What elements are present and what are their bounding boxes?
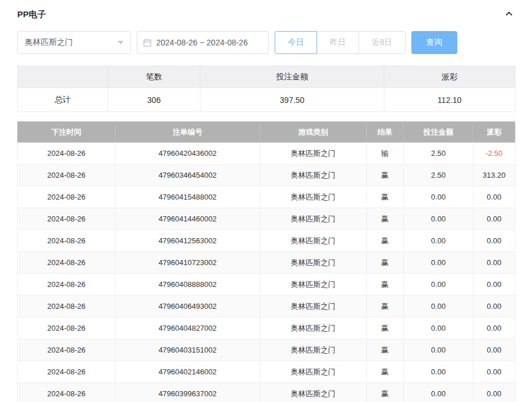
- table-row: 2024-08-26 47960414460002 奥林匹斯之门 赢 0.00 …: [18, 208, 515, 230]
- cell-bet-amount: 2.50: [404, 143, 473, 164]
- summary-total-bet-amount: 397.50: [201, 88, 384, 112]
- cell-payout: 0.00: [473, 208, 515, 230]
- table-row: 2024-08-26 47960415488002 奥林匹斯之门 赢 0.00 …: [18, 186, 515, 208]
- cell-game-type: 奥林匹斯之门: [260, 252, 367, 274]
- cell-order-id: 47960346454002: [115, 164, 260, 186]
- cell-order-id: 47960410723002: [115, 252, 260, 274]
- cell-bet-date: 2024-08-26: [18, 143, 115, 164]
- summary-header-blank: [18, 66, 108, 88]
- cell-bet-date: 2024-08-26: [18, 339, 115, 361]
- table-row: 2024-08-26 47960403151002 奥林匹斯之门 赢 0.00 …: [18, 339, 515, 361]
- table-row: 2024-08-26 47960399637002 奥林匹斯之门 赢 0.00 …: [18, 383, 515, 402]
- cell-result: 赢: [367, 317, 404, 339]
- cell-bet-date: 2024-08-26: [18, 274, 115, 296]
- page-title: PP电子: [17, 9, 46, 20]
- cell-payout: 0.00: [473, 383, 515, 402]
- yesterday-button[interactable]: 昨日: [317, 31, 359, 54]
- cell-bet-date: 2024-08-26: [18, 186, 115, 208]
- cell-order-id: 47960408888002: [115, 274, 260, 296]
- cell-result: 赢: [367, 186, 404, 208]
- cell-game-type: 奥林匹斯之门: [260, 361, 367, 383]
- cell-bet-amount: 2.50: [404, 164, 473, 186]
- cell-result: 输: [367, 143, 404, 164]
- table-row: 2024-08-26 47960346454002 奥林匹斯之门 赢 2.50 …: [18, 164, 515, 186]
- col-header-payout: 派彩: [473, 122, 515, 143]
- cell-order-id: 47960415488002: [115, 186, 260, 208]
- cell-order-id: 47960420436002: [115, 143, 260, 164]
- cell-bet-date: 2024-08-26: [18, 164, 115, 186]
- cell-payout: 0.00: [473, 186, 515, 208]
- table-row: 2024-08-26 47960402146002 奥林匹斯之门 赢 0.00 …: [18, 361, 515, 383]
- cell-bet-amount: 0.00: [404, 317, 473, 339]
- cell-result: 赢: [367, 230, 404, 252]
- cell-result: 赢: [367, 296, 404, 317]
- cell-bet-amount: 0.00: [404, 296, 473, 317]
- cell-payout: 0.00: [473, 361, 515, 383]
- summary-header-payout: 派彩: [384, 66, 515, 88]
- search-button[interactable]: 查询: [411, 31, 457, 54]
- cell-bet-date: 2024-08-26: [18, 230, 115, 252]
- today-button[interactable]: 今日: [275, 31, 317, 54]
- cell-order-id: 47960406493002: [115, 296, 260, 317]
- cell-bet-amount: 0.00: [404, 274, 473, 296]
- last-8-days-button[interactable]: 近8日: [358, 31, 406, 54]
- col-header-order-id: 注单编号: [115, 122, 260, 143]
- col-header-result: 结果: [367, 122, 404, 143]
- collapse-panel-button[interactable]: [503, 9, 515, 20]
- chevron-up-icon: [504, 9, 514, 20]
- summary-total-label: 总计: [18, 88, 108, 112]
- cell-result: 赢: [367, 252, 404, 274]
- cell-result: 赢: [367, 383, 404, 402]
- date-range-input[interactable]: 2024-08-26 ~ 2024-08-26: [137, 31, 269, 54]
- cell-game-type: 奥林匹斯之门: [260, 164, 367, 186]
- cell-game-type: 奥林匹斯之门: [260, 317, 367, 339]
- game-select[interactable]: 奥林匹斯之门: [17, 31, 131, 54]
- col-header-bet-time: 下注时间: [18, 122, 115, 143]
- cell-game-type: 奥林匹斯之门: [260, 296, 367, 317]
- filter-bar: 奥林匹斯之门 2024-08-26 ~ 2024-08-26 今日 昨日 近8日…: [17, 31, 515, 54]
- bet-table: 下注时间 注单编号 游戏类别 结果 投注金额 派彩 2024-08-26 479…: [17, 121, 515, 402]
- col-header-bet-amount: 投注金额: [404, 122, 473, 143]
- table-row: 2024-08-26 47960412563002 奥林匹斯之门 赢 0.00 …: [18, 230, 515, 252]
- cell-result: 赢: [367, 361, 404, 383]
- cell-payout: 0.00: [473, 339, 515, 361]
- calendar-icon: [143, 39, 152, 47]
- cell-game-type: 奥林匹斯之门: [260, 274, 367, 296]
- summary-header-row: 笔数 投注金额 派彩: [18, 66, 515, 88]
- cell-payout: 0.00: [473, 296, 515, 317]
- cell-game-type: 奥林匹斯之门: [260, 186, 367, 208]
- cell-payout: 0.00: [473, 274, 515, 296]
- table-row: 2024-08-26 47960420436002 奥林匹斯之门 输 2.50 …: [18, 143, 515, 164]
- cell-payout: 0.00: [473, 230, 515, 252]
- cell-bet-date: 2024-08-26: [18, 361, 115, 383]
- table-row: 2024-08-26 47960404827002 奥林匹斯之门 赢 0.00 …: [18, 317, 515, 339]
- cell-bet-date: 2024-08-26: [18, 317, 115, 339]
- cell-order-id: 47960404827002: [115, 317, 260, 339]
- cell-game-type: 奥林匹斯之门: [260, 208, 367, 230]
- cell-order-id: 47960399637002: [115, 383, 260, 402]
- cell-bet-amount: 0.00: [404, 186, 473, 208]
- pp-games-panel: PP电子 奥林匹斯之门 2024-08-26 ~ 2024-08-26: [0, 0, 532, 402]
- cell-order-id: 47960402146002: [115, 361, 260, 383]
- cell-bet-amount: 0.00: [404, 208, 473, 230]
- summary-header-count: 笔数: [108, 66, 201, 88]
- col-header-game-type: 游戏类别: [260, 122, 367, 143]
- cell-payout: -2.50: [473, 143, 515, 164]
- date-range-value: 2024-08-26 ~ 2024-08-26: [156, 38, 248, 47]
- bet-table-header-row: 下注时间 注单编号 游戏类别 结果 投注金额 派彩: [18, 122, 515, 143]
- table-row: 2024-08-26 47960408888002 奥林匹斯之门 赢 0.00 …: [18, 274, 515, 296]
- cell-order-id: 47960414460002: [115, 208, 260, 230]
- cell-result: 赢: [367, 164, 404, 186]
- quick-date-button-group: 今日 昨日 近8日: [275, 31, 406, 54]
- cell-payout: 0.00: [473, 317, 515, 339]
- cell-payout: 313.20: [473, 164, 515, 186]
- cell-order-id: 47960412563002: [115, 230, 260, 252]
- cell-game-type: 奥林匹斯之门: [260, 143, 367, 164]
- cell-result: 赢: [367, 274, 404, 296]
- summary-total-row: 总计 306 397.50 112.10: [18, 88, 515, 112]
- cell-result: 赢: [367, 208, 404, 230]
- cell-bet-date: 2024-08-26: [18, 208, 115, 230]
- summary-total-count: 306: [108, 88, 201, 112]
- cell-bet-date: 2024-08-26: [18, 296, 115, 317]
- cell-bet-date: 2024-08-26: [18, 252, 115, 274]
